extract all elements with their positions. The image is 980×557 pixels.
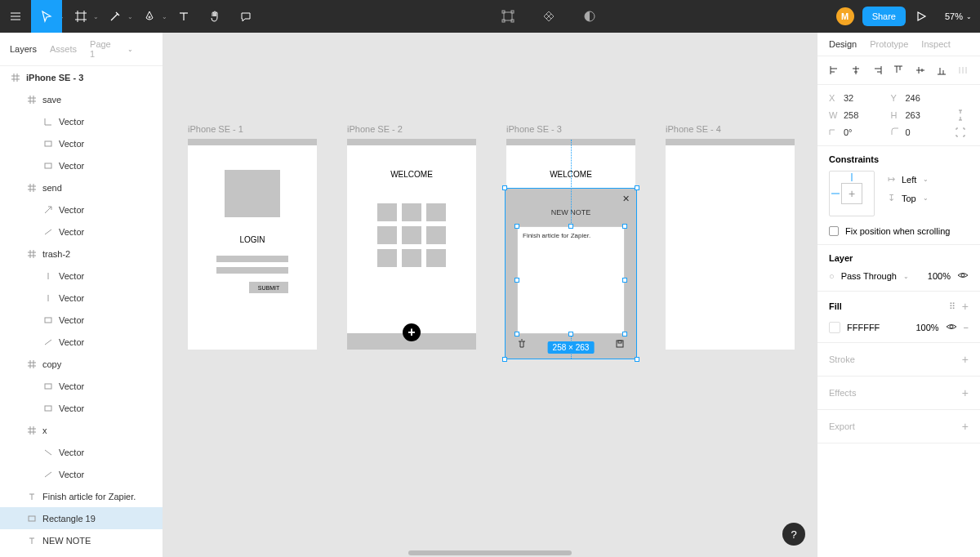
fill-visibility-icon[interactable] bbox=[946, 321, 957, 334]
layer-row[interactable]: Vector bbox=[0, 198, 163, 221]
layer-row[interactable]: Finish article for Zapier. bbox=[0, 485, 163, 507]
frame-label[interactable]: iPhone SE - 3 bbox=[506, 124, 562, 134]
frame-4[interactable]: iPhone SE - 4 bbox=[666, 139, 795, 350]
prop-h[interactable]: H263 bbox=[891, 109, 953, 121]
fill-hex[interactable]: FFFFFF bbox=[847, 323, 880, 332]
add-effect-button[interactable]: + bbox=[962, 386, 969, 399]
layer-row[interactable]: copy bbox=[0, 353, 163, 375]
layer-row[interactable]: Vector bbox=[0, 463, 163, 485]
svg-point-81 bbox=[950, 325, 953, 328]
blend-mode-select[interactable]: ○Pass Through⌄ bbox=[829, 271, 909, 281]
frame-2[interactable]: iPhone SE - 2WELCOME + bbox=[347, 139, 476, 350]
layer-row[interactable]: Vector bbox=[0, 397, 163, 419]
visibility-icon[interactable] bbox=[957, 270, 969, 283]
align-top-icon[interactable] bbox=[893, 65, 904, 76]
layer-row[interactable]: x bbox=[0, 419, 163, 441]
export-title: Export bbox=[829, 421, 855, 431]
frame-label[interactable]: iPhone SE - 1 bbox=[188, 124, 243, 134]
tab-prototype[interactable]: Prototype bbox=[870, 39, 908, 49]
prop-w[interactable]: W258 bbox=[829, 109, 891, 121]
comment-tool[interactable] bbox=[230, 0, 261, 33]
layer-row[interactable]: Vector bbox=[0, 110, 163, 132]
help-button[interactable]: ? bbox=[782, 523, 805, 546]
present-button[interactable] bbox=[906, 0, 937, 33]
align-right-icon[interactable] bbox=[871, 65, 883, 76]
avatar[interactable]: M bbox=[836, 7, 854, 25]
tab-design[interactable]: Design bbox=[829, 39, 857, 49]
align-hcenter-icon[interactable] bbox=[850, 65, 862, 76]
fill-opacity[interactable]: 100% bbox=[915, 323, 938, 332]
layer-row[interactable]: Vector bbox=[0, 287, 163, 309]
hand-tool[interactable] bbox=[199, 0, 230, 33]
move-tool[interactable] bbox=[31, 0, 62, 33]
text-icon bbox=[26, 537, 38, 545]
layer-label: save bbox=[42, 95, 61, 105]
prop-x[interactable]: X32 bbox=[829, 93, 891, 103]
layer-row[interactable]: iPhone SE - 3 bbox=[0, 66, 163, 88]
layer-label: copy bbox=[42, 359, 61, 369]
frame-icon bbox=[26, 360, 38, 368]
constraints-widget[interactable]: + bbox=[829, 171, 875, 216]
remove-fill-button[interactable]: − bbox=[964, 323, 969, 332]
frame-1[interactable]: iPhone SE - 1 LOGIN SUBMIT bbox=[188, 139, 317, 350]
page-selector[interactable]: Page 1⌄ bbox=[90, 39, 146, 59]
tab-layers[interactable]: Layers bbox=[10, 44, 37, 54]
zoom-level[interactable]: 57%⌄ bbox=[945, 11, 972, 21]
layer-row[interactable]: trash-2 bbox=[0, 243, 163, 265]
save-icon bbox=[615, 339, 625, 350]
text-tool[interactable] bbox=[168, 0, 199, 33]
tab-assets[interactable]: Assets bbox=[50, 44, 77, 54]
constraint-v-select[interactable]: ↧Top⌄ bbox=[888, 193, 929, 203]
layer-label: Vector bbox=[59, 205, 84, 215]
mask-icon[interactable] bbox=[574, 0, 605, 33]
layer-row[interactable]: send bbox=[0, 176, 163, 198]
prop-y[interactable]: Y246 bbox=[891, 93, 953, 103]
layer-row[interactable]: Vector bbox=[0, 265, 163, 287]
component-icon[interactable] bbox=[533, 0, 564, 33]
svg-rect-25 bbox=[45, 163, 51, 168]
layer-label: trash-2 bbox=[42, 249, 70, 259]
svg-rect-58 bbox=[618, 341, 621, 343]
layer-row[interactable]: Vector bbox=[0, 309, 163, 331]
horizontal-scrollbar[interactable] bbox=[408, 550, 572, 555]
constraint-h-select[interactable]: ↦Left⌄ bbox=[888, 174, 929, 185]
add-export-button[interactable]: + bbox=[962, 420, 969, 433]
prop-rotation[interactable]: 0° bbox=[829, 127, 891, 137]
pen-line-tool[interactable] bbox=[100, 0, 131, 33]
rect-icon bbox=[42, 162, 54, 170]
layer-row[interactable]: Vector bbox=[0, 375, 163, 397]
layer-row[interactable]: Vector bbox=[0, 154, 163, 176]
layer-row[interactable]: Rectangle 19 bbox=[0, 507, 163, 529]
layer-row[interactable]: Vector bbox=[0, 221, 163, 243]
add-fill-button[interactable]: + bbox=[962, 300, 969, 313]
fill-swatch[interactable] bbox=[829, 322, 840, 333]
prop-corner[interactable]: 0 bbox=[891, 127, 953, 137]
add-stroke-button[interactable]: + bbox=[962, 353, 969, 366]
layer-row[interactable]: Vector bbox=[0, 331, 163, 353]
frame-label[interactable]: iPhone SE - 2 bbox=[347, 124, 403, 134]
svg-line-30 bbox=[45, 229, 51, 234]
share-button[interactable]: Share bbox=[862, 7, 906, 26]
layer-row[interactable]: NEW NOTE bbox=[0, 529, 163, 551]
lock-aspect-icon[interactable] bbox=[952, 109, 969, 121]
right-panel: Design Prototype Inspect X32 Y246 W258 H… bbox=[817, 33, 980, 557]
canvas[interactable]: iPhone SE - 1 LOGIN SUBMIT iPhone SE - 2… bbox=[163, 33, 817, 557]
layer-row[interactable]: Rectangle 18 bbox=[0, 551, 163, 557]
layer-opacity[interactable]: 100% bbox=[928, 271, 951, 281]
vector-pen-tool[interactable] bbox=[134, 0, 165, 33]
fill-style-icon[interactable]: ⠿ bbox=[949, 301, 956, 312]
layer-row[interactable]: Vector bbox=[0, 441, 163, 463]
frame-label[interactable]: iPhone SE - 4 bbox=[666, 124, 721, 134]
frame-tool[interactable] bbox=[65, 0, 96, 33]
layer-row[interactable]: Vector bbox=[0, 132, 163, 154]
tab-inspect[interactable]: Inspect bbox=[921, 39, 950, 49]
layer-row[interactable]: save bbox=[0, 88, 163, 110]
align-bottom-icon[interactable] bbox=[936, 65, 947, 76]
align-left-icon[interactable] bbox=[829, 65, 840, 76]
close-icon: ✕ bbox=[622, 194, 630, 204]
independent-corners-icon[interactable] bbox=[952, 127, 969, 137]
fix-scroll-checkbox[interactable] bbox=[829, 226, 839, 236]
menu-button[interactable] bbox=[0, 0, 31, 33]
bounding-box-icon[interactable] bbox=[492, 0, 523, 33]
align-vcenter-icon[interactable] bbox=[915, 65, 926, 76]
